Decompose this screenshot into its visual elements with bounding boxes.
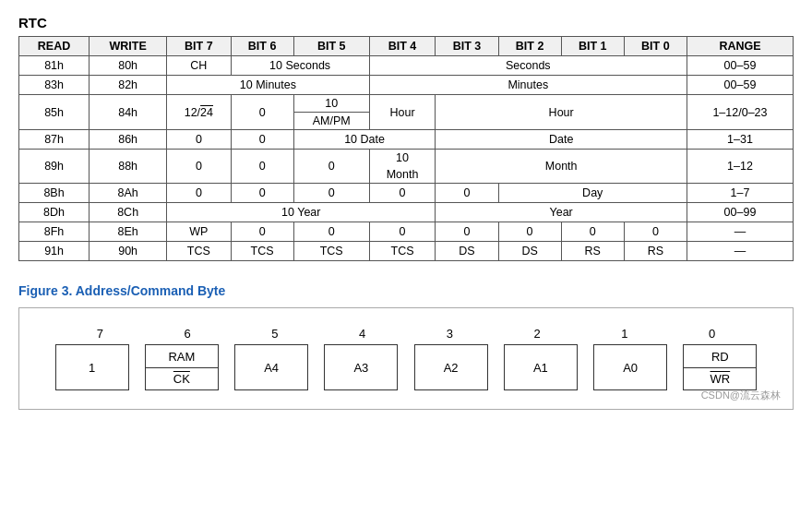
cell-range: 1–12 — [687, 150, 793, 184]
addr-cell-4: A3 — [324, 344, 398, 390]
col-bit2: BIT 2 — [498, 37, 561, 56]
cell-hour: Hour — [436, 95, 687, 130]
cell-bit2-0: 0 — [498, 222, 561, 242]
cell-range: — — [687, 222, 793, 242]
cell-write: 8Eh — [90, 222, 167, 242]
cell-day: Day — [498, 184, 687, 203]
cell-read: 87h — [19, 130, 90, 150]
addr-cell-6-top: RAM — [146, 346, 218, 368]
cell-range: — — [687, 242, 793, 261]
cell-bit2-ds: DS — [498, 242, 561, 261]
cell-write: 84h — [90, 95, 167, 130]
cell-bit3-ds: DS — [436, 242, 498, 261]
cell-bit1-rs: RS — [561, 242, 624, 261]
address-diagram: 7 6 5 4 3 2 1 0 1 RAM CK A4 A3 — [18, 307, 794, 410]
table-row: 8Dh 8Ch 10 Year Year 00–99 — [19, 203, 794, 222]
label-3: 3 — [412, 327, 486, 341]
col-bit1: BIT 1 — [561, 37, 624, 56]
addr-cell-5-value: A4 — [264, 350, 279, 386]
label-6: 6 — [150, 327, 224, 341]
cell-bit7-tcs: TCS — [167, 242, 231, 261]
col-write: WRITE — [90, 37, 167, 56]
addr-cell-7: 1 — [55, 344, 129, 390]
cell-read: 8Dh — [19, 203, 90, 222]
label-4: 4 — [326, 327, 400, 341]
cell-bit0-rs: RS — [624, 242, 687, 261]
addr-cell-5: A4 — [234, 344, 308, 390]
col-read: READ — [19, 37, 90, 56]
cell-bit6-0: 0 — [231, 184, 293, 203]
addr-cell-2: A1 — [504, 344, 578, 390]
cell-read: 81h — [19, 56, 90, 76]
addr-cell-3-value: A2 — [444, 350, 459, 386]
cell-read: 91h — [19, 242, 90, 261]
cell-bit4-hour: Hour — [369, 95, 436, 130]
label-0: 0 — [675, 327, 749, 341]
cell-range: 1–31 — [687, 130, 793, 150]
cell-range: 00–59 — [687, 76, 793, 95]
cell-bit7-0: 0 — [167, 150, 231, 184]
cell-range: 00–99 — [687, 203, 793, 222]
addr-cell-6-bot: CK — [146, 368, 218, 389]
figure-title: Figure 3. Address/Command Byte — [18, 283, 794, 298]
cell-bit7-1224: 12/24 — [167, 95, 231, 130]
table-row: 87h 86h 0 0 10 Date Date 1–31 — [19, 130, 794, 150]
cell-bit6-0: 0 — [231, 130, 293, 150]
cell-range: 00–59 — [687, 56, 793, 76]
addr-bit-labels: 7 6 5 4 3 2 1 0 — [47, 327, 765, 341]
cell-write: 8Ah — [90, 184, 167, 203]
cell-bit7: CH — [167, 56, 231, 76]
cell-write: 8Ch — [90, 203, 167, 222]
cell-bit5-0: 0 — [293, 222, 369, 242]
table-row: 83h 82h 10 Minutes Minutes 00–59 — [19, 76, 794, 95]
cell-bit6-0: 0 — [231, 95, 293, 130]
addr-cells-row: 1 RAM CK A4 A3 A2 A1 — [47, 344, 765, 390]
cell-10-year: 10 Year — [167, 203, 436, 222]
cell-bit7-0: 0 — [167, 130, 231, 150]
rtc-table: READ WRITE BIT 7 BIT 6 BIT 5 BIT 4 BIT 3… — [18, 36, 794, 261]
cell-bit1-0: 0 — [561, 222, 624, 242]
addr-cell-0-bot: WR — [684, 368, 756, 389]
cell-10-seconds: 10 Seconds — [231, 56, 369, 76]
addr-cell-0: RD WR — [683, 344, 757, 390]
addr-cell-1: A0 — [593, 344, 667, 390]
col-bit4: BIT 4 — [369, 37, 436, 56]
label-1: 1 — [588, 327, 662, 341]
cell-month: Month — [436, 150, 687, 184]
cell-bit4-month: 10 Month — [369, 150, 436, 184]
cell-write: 88h — [90, 150, 167, 184]
table-row: 8Bh 8Ah 0 0 0 0 0 Day 1–7 — [19, 184, 794, 203]
cell-bit7-wp: WP — [167, 222, 231, 242]
cell-bit7-0: 0 — [167, 184, 231, 203]
cell-write: 86h — [90, 130, 167, 150]
cell-write: 90h — [90, 242, 167, 261]
table-row: 91h 90h TCS TCS TCS TCS DS DS RS RS — — [19, 242, 794, 261]
col-bit5: BIT 5 — [293, 37, 369, 56]
col-bit3: BIT 3 — [436, 37, 498, 56]
addr-cell-4-value: A3 — [353, 350, 368, 386]
col-bit0: BIT 0 — [624, 37, 687, 56]
cell-10-minutes: 10 Minutes — [167, 76, 369, 95]
cell-bit3-0: 0 — [436, 222, 498, 242]
cell-bit3-0: 0 — [436, 184, 498, 203]
addr-cell-3: A2 — [414, 344, 488, 390]
cell-seconds: Seconds — [369, 56, 687, 76]
cell-bit5-0: 0 — [293, 184, 369, 203]
addr-cell-6: RAM CK — [145, 344, 219, 390]
table-row: 89h 88h 0 0 0 10 Month Month 1–12 — [19, 150, 794, 184]
cell-read: 8Bh — [19, 184, 90, 203]
table-row: 81h 80h CH 10 Seconds Seconds 00–59 — [19, 56, 794, 76]
cell-date: Date — [436, 130, 687, 150]
label-7: 7 — [63, 327, 137, 341]
cell-bit6-0: 0 — [231, 150, 293, 184]
label-5: 5 — [238, 327, 312, 341]
cell-minutes: Minutes — [369, 76, 687, 95]
watermark: CSDN@流云森林 — [701, 389, 781, 402]
rtc-title: RTC — [18, 15, 794, 30]
col-bit7: BIT 7 — [167, 37, 231, 56]
cell-read: 8Fh — [19, 222, 90, 242]
cell-read: 83h — [19, 76, 90, 95]
col-range: RANGE — [687, 37, 793, 56]
addr-cell-7-value: 1 — [89, 350, 95, 386]
cell-bit5-ampm: 10 AM/PM — [293, 95, 369, 130]
